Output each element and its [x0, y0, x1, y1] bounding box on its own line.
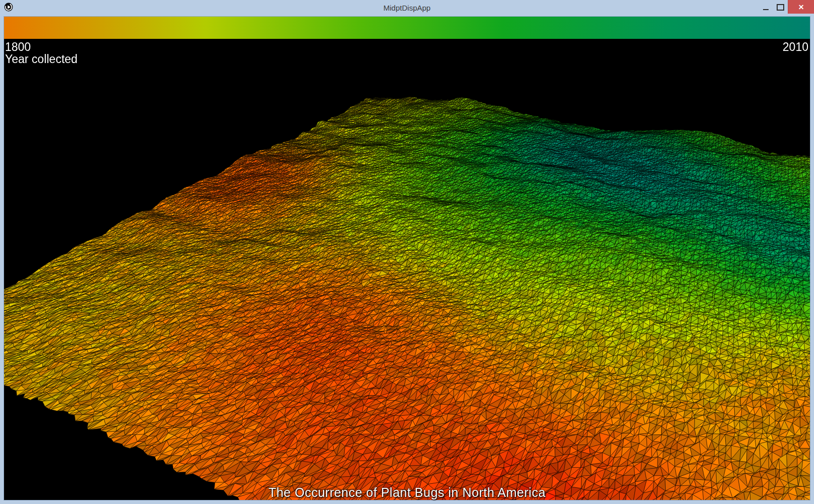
colorbar-max-label: 2010: [783, 41, 808, 53]
terrain-canvas[interactable]: [4, 39, 810, 500]
colorbar-legend-right: 2010: [783, 41, 808, 53]
close-button[interactable]: ✕: [788, 0, 814, 14]
close-icon: ✕: [798, 3, 804, 11]
colorbar-gradient: [4, 17, 810, 39]
window-controls: ✕: [758, 0, 814, 15]
minimize-icon: [763, 9, 769, 10]
maximize-button[interactable]: [773, 0, 788, 15]
window-title: MidptDispApp: [0, 0, 814, 16]
app-window: MidptDispApp ✕ 1800 Year collected 2010 …: [0, 0, 814, 504]
title-bar[interactable]: MidptDispApp ✕: [0, 0, 814, 16]
minimize-button[interactable]: [758, 0, 773, 15]
plot-caption: The Occurrence of Plant Bugs in North Am…: [4, 485, 810, 500]
maximize-icon: [777, 4, 784, 11]
colorbar-min-label: 1800: [5, 41, 78, 53]
colorbar-legend-left: 1800 Year collected: [5, 41, 78, 65]
viewport: 1800 Year collected 2010 The Occurrence …: [4, 16, 810, 500]
colorbar-axis-label: Year collected: [5, 53, 78, 65]
